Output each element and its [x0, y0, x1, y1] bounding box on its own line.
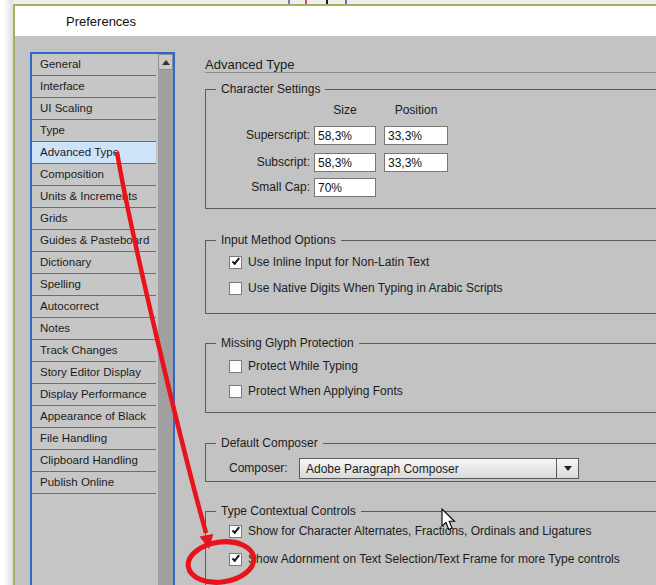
sidebar-item-publish-online[interactable]: Publish Online — [32, 472, 156, 494]
title-bar: Preferences — [15, 6, 656, 36]
background-left-strip — [0, 0, 13, 585]
option-use-inline-input[interactable]: Use Inline Input for Non-Latin Text — [229, 255, 429, 269]
sidebar-item-notes[interactable]: Notes — [32, 318, 156, 340]
scroll-up-button[interactable] — [158, 54, 173, 70]
checkmark-icon — [231, 525, 239, 534]
sidebar-item-label: Guides & Pasteboard — [40, 234, 149, 246]
sidebar-item-label: Type — [40, 124, 65, 136]
group-input-method-options: Input Method Options Use Inline Input fo… — [205, 240, 656, 314]
sidebar-item-label: Display Performance — [40, 388, 147, 400]
checkmark-icon — [231, 553, 239, 562]
sidebar-item-appearance-of-black[interactable]: Appearance of Black — [32, 406, 156, 428]
checkbox-use-inline-input[interactable] — [229, 256, 242, 269]
sidebar-item-autocorrect[interactable]: Autocorrect — [32, 296, 156, 318]
sidebar-item-label: Dictionary — [40, 256, 91, 268]
sidebar-item-label: Clipboard Handling — [40, 454, 138, 466]
sidebar-item-guides-pasteboard[interactable]: Guides & Pasteboard — [32, 230, 156, 252]
sidebar-item-units-increments[interactable]: Units & Increments — [32, 186, 156, 208]
sidebar-item-label: Grids — [40, 212, 67, 224]
subscript-label: Subscript: — [206, 153, 310, 172]
group-legend: Character Settings — [216, 82, 325, 96]
sidebar-item-type[interactable]: Type — [32, 120, 156, 142]
preferences-dialog: Preferences General Interface UI Scaling… — [15, 6, 656, 585]
composer-label: Composer: — [229, 461, 288, 475]
checkbox-label: Show Adornment on Text Selection/Text Fr… — [248, 552, 620, 566]
window-title: Preferences — [66, 14, 136, 29]
sidebar-item-composition[interactable]: Composition — [32, 164, 156, 186]
sidebar-item-label: Spelling — [40, 278, 81, 290]
sidebar-item-label: Story Editor Display — [40, 366, 141, 378]
subscript-size-field[interactable] — [314, 153, 376, 172]
sidebar-item-label: Units & Increments — [40, 190, 137, 202]
checkbox-protect-while-typing[interactable] — [229, 360, 242, 373]
sidebar-item-label: Autocorrect — [40, 300, 99, 312]
group-missing-glyph-protection: Missing Glyph Protection Protect While T… — [205, 343, 656, 413]
subscript-position-field[interactable] — [384, 153, 448, 172]
sidebar-item-clipboard-handling[interactable]: Clipboard Handling — [32, 450, 156, 472]
sidebar-item-label: General — [40, 58, 81, 70]
checkbox-show-adornment[interactable] — [229, 553, 242, 566]
small-cap-size-field[interactable] — [314, 178, 376, 197]
chevron-down-icon — [564, 466, 572, 471]
column-header-size: Size — [314, 103, 376, 117]
composer-dropdown[interactable]: Adobe Paragraph Composer — [299, 458, 579, 479]
category-list: General Interface UI Scaling Type Advanc… — [30, 52, 175, 585]
sidebar-item-label: File Handling — [40, 432, 107, 444]
sidebar-item-label: Interface — [40, 80, 85, 92]
sidebar-item-interface[interactable]: Interface — [32, 76, 156, 98]
option-protect-while-typing[interactable]: Protect While Typing — [229, 359, 358, 373]
heading-separator — [205, 72, 656, 73]
superscript-size-field[interactable] — [314, 126, 376, 145]
option-show-adornment[interactable]: Show Adornment on Text Selection/Text Fr… — [229, 552, 620, 566]
superscript-position-field[interactable] — [384, 126, 448, 145]
sidebar-item-label: Notes — [40, 322, 70, 334]
small-cap-label: Small Cap: — [206, 178, 310, 197]
sidebar-item-track-changes[interactable]: Track Changes — [32, 340, 156, 362]
option-use-native-digits[interactable]: Use Native Digits When Typing in Arabic … — [229, 281, 503, 295]
sidebar-item-advanced-type[interactable]: Advanced Type — [32, 142, 156, 164]
arrow-up-icon — [162, 60, 170, 65]
group-legend: Default Composer — [216, 436, 323, 450]
dropdown-arrow-button — [556, 459, 578, 478]
sidebar-item-general[interactable]: General — [32, 54, 156, 76]
sidebar-item-spelling[interactable]: Spelling — [32, 274, 156, 296]
screenshot-stage: Preferences General Interface UI Scaling… — [0, 0, 656, 585]
group-character-settings: Character Settings Size Position Supersc… — [205, 89, 656, 209]
sidebar-item-label: Composition — [40, 168, 104, 180]
sidebar-item-ui-scaling[interactable]: UI Scaling — [32, 98, 156, 120]
checkbox-label: Use Native Digits When Typing in Arabic … — [248, 281, 503, 295]
superscript-label: Superscript: — [206, 126, 310, 145]
group-default-composer: Default Composer Composer: Adobe Paragra… — [205, 443, 656, 482]
sidebar-item-label: Advanced Type — [40, 146, 119, 158]
option-protect-when-applying-fonts[interactable]: Protect When Applying Fonts — [229, 384, 403, 398]
sidebar-item-display-performance[interactable]: Display Performance — [32, 384, 156, 406]
sidebar-item-label: Publish Online — [40, 476, 114, 488]
sidebar-item-label: Appearance of Black — [40, 410, 146, 422]
page-title: Advanced Type — [205, 57, 294, 72]
option-show-for-character-alternates[interactable]: Show for Character Alternates, Fractions… — [229, 524, 592, 538]
column-header-position: Position — [384, 103, 448, 117]
checkbox-label: Protect While Typing — [248, 359, 358, 373]
sidebar-item-label: UI Scaling — [40, 102, 92, 114]
checkmark-icon — [231, 256, 239, 265]
sidebar-item-label: Track Changes — [40, 344, 118, 356]
sidebar-item-dictionary[interactable]: Dictionary — [32, 252, 156, 274]
group-legend: Input Method Options — [216, 233, 341, 247]
group-legend: Missing Glyph Protection — [216, 336, 359, 350]
checkbox-label: Show for Character Alternates, Fractions… — [248, 524, 592, 538]
group-legend: Type Contextual Controls — [216, 504, 361, 518]
checkbox-label: Protect When Applying Fonts — [248, 384, 403, 398]
sidebar-item-story-editor-display[interactable]: Story Editor Display — [32, 362, 156, 384]
sidebar-item-grids[interactable]: Grids — [32, 208, 156, 230]
checkbox-show-for-character-alternates[interactable] — [229, 525, 242, 538]
checkbox-protect-when-applying-fonts[interactable] — [229, 385, 242, 398]
composer-dropdown-value: Adobe Paragraph Composer — [300, 462, 556, 476]
sidebar-scrollbar[interactable] — [158, 54, 173, 585]
checkbox-label: Use Inline Input for Non-Latin Text — [248, 255, 429, 269]
group-type-contextual-controls: Type Contextual Controls Show for Charac… — [205, 511, 656, 585]
checkbox-use-native-digits[interactable] — [229, 282, 242, 295]
sidebar-item-file-handling[interactable]: File Handling — [32, 428, 156, 450]
